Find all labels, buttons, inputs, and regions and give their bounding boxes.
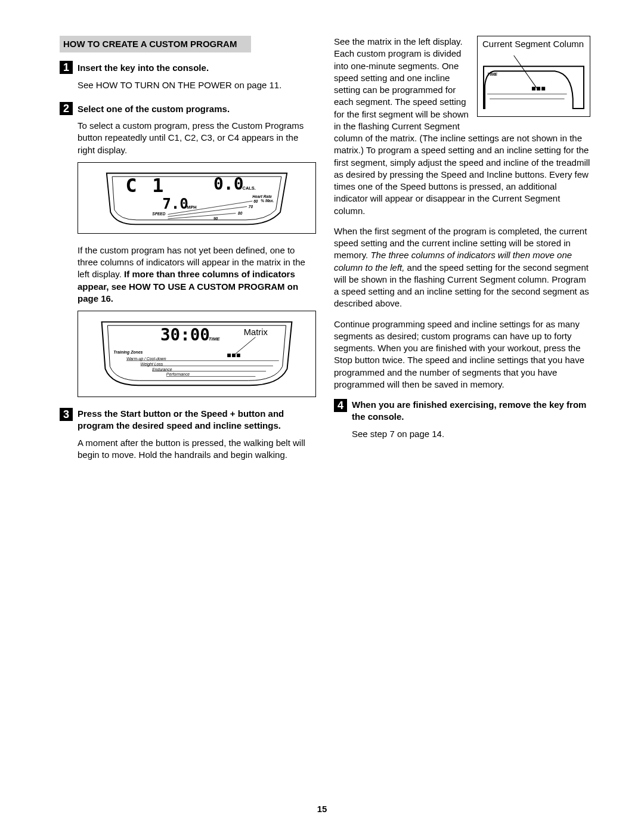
speed-line	[168, 213, 236, 218]
matrix-bar	[227, 354, 231, 357]
hr-label: Heart Rate	[252, 194, 272, 198]
speed-label: SPEED	[152, 212, 165, 216]
step-1-text: See HOW TO TURN ON THE POWER on page 11.	[78, 79, 316, 91]
seg-mph-val: 7.0	[162, 195, 188, 212]
matrix-leader	[234, 337, 255, 355]
mph-label: MPH	[187, 205, 197, 210]
section-header: HOW TO CREATE A CUSTOM PROGRAM	[60, 36, 251, 52]
matrix-bar	[232, 354, 236, 357]
step-4-title: When you are finished exercising, remove…	[352, 399, 590, 423]
right-p3: Continue programming speed and incline s…	[334, 318, 590, 391]
step-number-badge: 3	[60, 408, 73, 421]
step-1-row: 1 Insert the key into the console.	[60, 61, 316, 74]
inset-time-label: TIME	[487, 72, 497, 77]
console-left-display-figure: 30:00 TIME Matrix Training Zones Warm-up…	[78, 311, 316, 397]
step-number-badge: 2	[60, 102, 73, 115]
inset-svg: TIME	[482, 55, 585, 110]
step-2-row: 2 Select one of the custom programs.	[60, 102, 316, 115]
step-3-row: 3 Press the Start button or the Speed + …	[60, 408, 316, 432]
inset-bar	[532, 87, 535, 91]
step-2-text-2: If the custom program has not yet been d…	[78, 244, 316, 305]
right-p2: When the first segment of the program is…	[334, 225, 590, 310]
n80: 80	[238, 210, 243, 215]
step-2-body-a: To select a custom program, press the Cu…	[78, 120, 316, 156]
step-1-title: Insert the key into the console.	[78, 62, 209, 74]
time-label: TIME	[209, 336, 221, 342]
inset-leader	[514, 55, 537, 88]
step-3-title: Press the Start button or the Speed + bu…	[78, 408, 316, 432]
page-number: 15	[0, 803, 644, 815]
n90: 90	[213, 216, 218, 221]
left-column: HOW TO CREATE A CUSTOM PROGRAM 1 Insert …	[60, 36, 316, 472]
seg-cals-val: 0.0	[213, 174, 244, 194]
seg-c: C	[126, 175, 137, 196]
cals-label: CALS.	[243, 185, 256, 191]
right-column: Current Segment Column TIME See the matr…	[334, 36, 590, 472]
inset-caption: Current Segment Column	[482, 39, 585, 49]
seg-1: 1	[152, 175, 163, 196]
step-3-body: A moment after the button is pressed, th…	[78, 437, 316, 462]
inset-bar	[541, 87, 545, 91]
matrix-label: Matrix	[244, 327, 268, 337]
step-3-text: A moment after the button is pressed, th…	[78, 437, 316, 462]
inset-bar	[537, 87, 540, 91]
console-right-display-figure: C 1 0.0 CALS. 7.0 MPH Heart Rate % Max. …	[78, 162, 316, 234]
two-column-layout: HOW TO CREATE A CUSTOM PROGRAM 1 Insert …	[60, 36, 590, 472]
n60: 60	[253, 199, 258, 203]
step-2-body-b: If the custom program has not yet been d…	[78, 244, 316, 305]
step-4-text: See step 7 on page 14.	[352, 428, 590, 440]
current-segment-inset-figure: Current Segment Column TIME	[477, 36, 590, 117]
step-number-badge: 1	[60, 61, 73, 74]
display-svg: C 1 0.0 CALS. 7.0 MPH Heart Rate % Max. …	[85, 169, 308, 227]
step-2-title: Select one of the custom programs.	[78, 103, 230, 115]
perf-label: Performance	[166, 372, 190, 376]
endur-label: Endurance	[152, 367, 172, 371]
matrix-bar	[237, 354, 240, 357]
matrix-svg: 30:00 TIME Matrix Training Zones Warm-up…	[85, 317, 308, 391]
step-1-body: See HOW TO TURN ON THE POWER on page 11.	[78, 79, 316, 91]
max-label: % Max.	[261, 199, 274, 203]
page: HOW TO CREATE A CUSTOM PROGRAM 1 Insert …	[0, 0, 644, 833]
step-4-row: 4 When you are finished exercising, remo…	[334, 399, 590, 423]
step-number-badge: 4	[334, 399, 347, 412]
time-value: 30:00	[160, 325, 210, 344]
tz-label: Training Zones	[113, 350, 143, 355]
n70: 70	[249, 205, 253, 209]
step-2-text-1: To select a custom program, press the Cu…	[78, 120, 316, 156]
step-4-body: See step 7 on page 14.	[352, 428, 590, 440]
